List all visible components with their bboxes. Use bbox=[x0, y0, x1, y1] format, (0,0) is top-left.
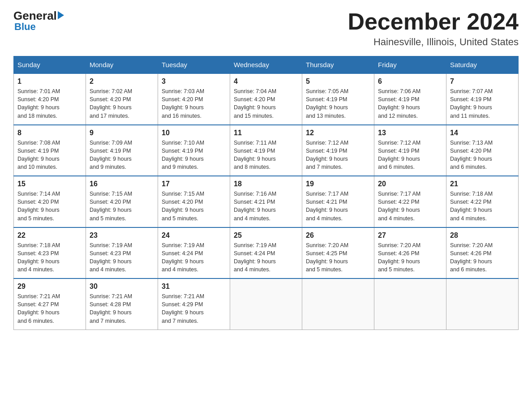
calendar-cell: 21Sunrise: 7:18 AM Sunset: 4:22 PM Dayli… bbox=[446, 176, 519, 227]
calendar-cell: 25Sunrise: 7:19 AM Sunset: 4:24 PM Dayli… bbox=[230, 227, 302, 279]
day-info: Sunrise: 7:17 AM Sunset: 4:21 PM Dayligh… bbox=[306, 190, 370, 223]
day-number: 27 bbox=[378, 231, 442, 240]
calendar-week-row: 1Sunrise: 7:01 AM Sunset: 4:20 PM Daylig… bbox=[14, 73, 519, 125]
calendar-cell: 29Sunrise: 7:21 AM Sunset: 4:27 PM Dayli… bbox=[14, 278, 86, 330]
day-number: 1 bbox=[17, 77, 82, 86]
day-number: 7 bbox=[450, 77, 515, 86]
day-number: 16 bbox=[90, 180, 154, 188]
calendar-cell bbox=[302, 278, 374, 330]
calendar-cell: 12Sunrise: 7:12 AM Sunset: 4:19 PM Dayli… bbox=[302, 125, 374, 176]
page-header: General Blue December 2024 Hainesville, … bbox=[13, 9, 519, 48]
calendar-cell: 16Sunrise: 7:15 AM Sunset: 4:20 PM Dayli… bbox=[86, 176, 158, 227]
day-number: 3 bbox=[162, 77, 226, 86]
calendar-cell: 28Sunrise: 7:20 AM Sunset: 4:26 PM Dayli… bbox=[446, 227, 519, 279]
calendar-cell: 30Sunrise: 7:21 AM Sunset: 4:28 PM Dayli… bbox=[86, 278, 158, 330]
calendar-table: SundayMondayTuesdayWednesdayThursdayFrid… bbox=[13, 56, 519, 330]
calendar-cell: 26Sunrise: 7:20 AM Sunset: 4:25 PM Dayli… bbox=[302, 227, 374, 279]
day-number: 24 bbox=[162, 231, 226, 240]
day-number: 8 bbox=[17, 129, 82, 137]
day-of-week-header: Thursday bbox=[302, 56, 374, 74]
day-info: Sunrise: 7:15 AM Sunset: 4:20 PM Dayligh… bbox=[90, 190, 154, 223]
calendar-cell: 24Sunrise: 7:19 AM Sunset: 4:24 PM Dayli… bbox=[158, 227, 230, 279]
day-number: 25 bbox=[234, 231, 298, 240]
day-number: 18 bbox=[234, 180, 298, 188]
calendar-cell: 4Sunrise: 7:04 AM Sunset: 4:20 PM Daylig… bbox=[230, 73, 302, 125]
calendar-cell: 22Sunrise: 7:18 AM Sunset: 4:23 PM Dayli… bbox=[14, 227, 86, 279]
day-of-week-header: Friday bbox=[374, 56, 446, 74]
day-of-week-header: Sunday bbox=[14, 56, 86, 74]
day-number: 12 bbox=[306, 129, 370, 137]
calendar-cell: 1Sunrise: 7:01 AM Sunset: 4:20 PM Daylig… bbox=[14, 73, 86, 125]
day-info: Sunrise: 7:20 AM Sunset: 4:25 PM Dayligh… bbox=[306, 241, 370, 274]
calendar-week-row: 8Sunrise: 7:08 AM Sunset: 4:19 PM Daylig… bbox=[14, 125, 519, 176]
day-number: 5 bbox=[306, 77, 370, 86]
calendar-cell: 9Sunrise: 7:09 AM Sunset: 4:19 PM Daylig… bbox=[86, 125, 158, 176]
calendar-cell: 10Sunrise: 7:10 AM Sunset: 4:19 PM Dayli… bbox=[158, 125, 230, 176]
day-info: Sunrise: 7:01 AM Sunset: 4:20 PM Dayligh… bbox=[17, 87, 82, 120]
day-info: Sunrise: 7:21 AM Sunset: 4:28 PM Dayligh… bbox=[90, 292, 154, 325]
day-info: Sunrise: 7:02 AM Sunset: 4:20 PM Dayligh… bbox=[90, 87, 154, 120]
calendar-header: SundayMondayTuesdayWednesdayThursdayFrid… bbox=[14, 56, 519, 74]
calendar-cell bbox=[230, 278, 302, 330]
day-info: Sunrise: 7:21 AM Sunset: 4:29 PM Dayligh… bbox=[162, 292, 226, 325]
logo-blue: Blue bbox=[14, 21, 36, 33]
day-info: Sunrise: 7:13 AM Sunset: 4:20 PM Dayligh… bbox=[450, 139, 515, 171]
day-info: Sunrise: 7:14 AM Sunset: 4:20 PM Dayligh… bbox=[17, 190, 82, 223]
day-of-week-header: Tuesday bbox=[158, 56, 230, 74]
calendar-cell: 19Sunrise: 7:17 AM Sunset: 4:21 PM Dayli… bbox=[302, 176, 374, 227]
day-info: Sunrise: 7:12 AM Sunset: 4:19 PM Dayligh… bbox=[306, 139, 370, 171]
calendar-cell: 17Sunrise: 7:15 AM Sunset: 4:20 PM Dayli… bbox=[158, 176, 230, 227]
calendar-cell: 8Sunrise: 7:08 AM Sunset: 4:19 PM Daylig… bbox=[14, 125, 86, 176]
day-info: Sunrise: 7:16 AM Sunset: 4:21 PM Dayligh… bbox=[234, 190, 298, 223]
day-info: Sunrise: 7:08 AM Sunset: 4:19 PM Dayligh… bbox=[17, 139, 82, 171]
day-info: Sunrise: 7:20 AM Sunset: 4:26 PM Dayligh… bbox=[450, 241, 515, 274]
day-number: 10 bbox=[162, 129, 226, 137]
calendar-week-row: 29Sunrise: 7:21 AM Sunset: 4:27 PM Dayli… bbox=[14, 278, 519, 330]
day-number: 28 bbox=[450, 231, 515, 240]
calendar-cell: 6Sunrise: 7:06 AM Sunset: 4:19 PM Daylig… bbox=[374, 73, 446, 125]
calendar-cell: 20Sunrise: 7:17 AM Sunset: 4:22 PM Dayli… bbox=[374, 176, 446, 227]
logo-arrow-icon bbox=[58, 11, 64, 19]
day-number: 6 bbox=[378, 77, 442, 86]
day-number: 19 bbox=[306, 180, 370, 188]
day-number: 9 bbox=[90, 129, 154, 137]
day-number: 23 bbox=[90, 231, 154, 240]
day-info: Sunrise: 7:11 AM Sunset: 4:19 PM Dayligh… bbox=[234, 139, 298, 171]
logo: General Blue bbox=[13, 9, 64, 33]
day-number: 22 bbox=[17, 231, 82, 240]
day-number: 11 bbox=[234, 129, 298, 137]
calendar-cell: 11Sunrise: 7:11 AM Sunset: 4:19 PM Dayli… bbox=[230, 125, 302, 176]
day-info: Sunrise: 7:07 AM Sunset: 4:19 PM Dayligh… bbox=[450, 87, 515, 120]
calendar-cell: 3Sunrise: 7:03 AM Sunset: 4:20 PM Daylig… bbox=[158, 73, 230, 125]
calendar-cell bbox=[446, 278, 519, 330]
calendar-cell: 5Sunrise: 7:05 AM Sunset: 4:19 PM Daylig… bbox=[302, 73, 374, 125]
title-area: December 2024 Hainesville, Illinois, Uni… bbox=[348, 9, 519, 48]
day-number: 4 bbox=[234, 77, 298, 86]
day-number: 26 bbox=[306, 231, 370, 240]
day-info: Sunrise: 7:21 AM Sunset: 4:27 PM Dayligh… bbox=[17, 292, 82, 325]
day-info: Sunrise: 7:15 AM Sunset: 4:20 PM Dayligh… bbox=[162, 190, 226, 223]
calendar-cell: 27Sunrise: 7:20 AM Sunset: 4:26 PM Dayli… bbox=[374, 227, 446, 279]
day-of-week-header: Saturday bbox=[446, 56, 519, 74]
day-info: Sunrise: 7:18 AM Sunset: 4:22 PM Dayligh… bbox=[450, 190, 515, 223]
day-number: 29 bbox=[17, 283, 82, 291]
calendar-cell: 23Sunrise: 7:19 AM Sunset: 4:23 PM Dayli… bbox=[86, 227, 158, 279]
day-info: Sunrise: 7:09 AM Sunset: 4:19 PM Dayligh… bbox=[90, 139, 154, 171]
calendar-body: 1Sunrise: 7:01 AM Sunset: 4:20 PM Daylig… bbox=[14, 73, 519, 330]
calendar-cell: 14Sunrise: 7:13 AM Sunset: 4:20 PM Dayli… bbox=[446, 125, 519, 176]
day-info: Sunrise: 7:18 AM Sunset: 4:23 PM Dayligh… bbox=[17, 241, 82, 274]
calendar-week-row: 22Sunrise: 7:18 AM Sunset: 4:23 PM Dayli… bbox=[14, 227, 519, 279]
day-of-week-header: Monday bbox=[86, 56, 158, 74]
calendar-week-row: 15Sunrise: 7:14 AM Sunset: 4:20 PM Dayli… bbox=[14, 176, 519, 227]
day-number: 30 bbox=[90, 283, 154, 291]
day-info: Sunrise: 7:12 AM Sunset: 4:19 PM Dayligh… bbox=[378, 139, 442, 171]
day-number: 20 bbox=[378, 180, 442, 188]
calendar-cell: 18Sunrise: 7:16 AM Sunset: 4:21 PM Dayli… bbox=[230, 176, 302, 227]
calendar-cell: 2Sunrise: 7:02 AM Sunset: 4:20 PM Daylig… bbox=[86, 73, 158, 125]
day-number: 15 bbox=[17, 180, 82, 188]
calendar-cell: 7Sunrise: 7:07 AM Sunset: 4:19 PM Daylig… bbox=[446, 73, 519, 125]
day-info: Sunrise: 7:19 AM Sunset: 4:23 PM Dayligh… bbox=[90, 241, 154, 274]
month-title: December 2024 bbox=[348, 9, 519, 34]
day-number: 21 bbox=[450, 180, 515, 188]
calendar-cell: 31Sunrise: 7:21 AM Sunset: 4:29 PM Dayli… bbox=[158, 278, 230, 330]
